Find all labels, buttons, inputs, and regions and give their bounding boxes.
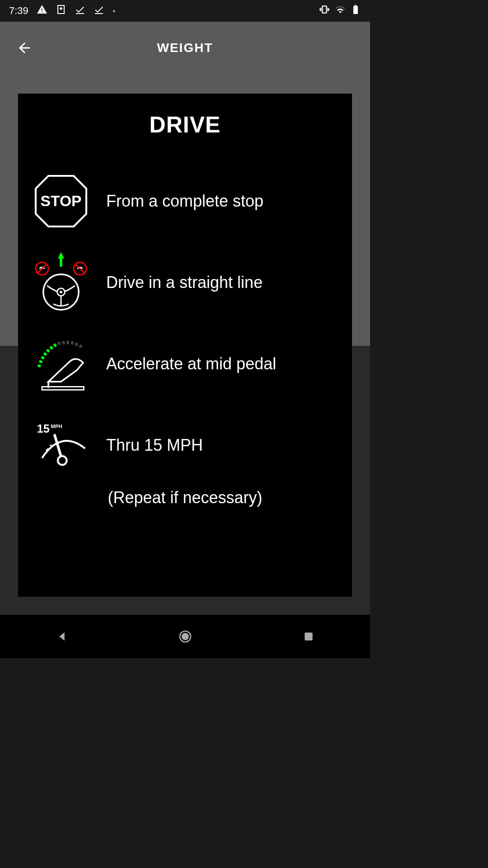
stop-sign-icon: STOP: [29, 170, 93, 233]
vibrate-icon: [319, 4, 330, 18]
accelerator-pedal-icon: [29, 332, 93, 396]
instruction-text: Drive in a straight line: [106, 273, 263, 292]
svg-point-21: [58, 456, 67, 465]
status-time: 7:39: [9, 5, 28, 17]
check-icon: [94, 4, 104, 18]
warning-icon: [37, 4, 47, 18]
svg-rect-14: [42, 387, 84, 390]
svg-text:15: 15: [37, 422, 50, 435]
svg-rect-24: [305, 632, 312, 640]
instruction-row: Accelerate at mid pedal: [27, 332, 343, 396]
speedometer-icon: 15 MPH: [29, 414, 93, 477]
svg-rect-0: [76, 13, 84, 14]
instruction-text: From a complete stop: [106, 192, 263, 211]
wifi-icon: [335, 4, 346, 18]
drive-instructions-modal: DRIVE STOP From a complete stop: [18, 94, 352, 597]
nav-back-button[interactable]: [48, 623, 75, 650]
steering-wheel-straight-icon: [29, 251, 93, 314]
svg-text:MPH: MPH: [51, 424, 62, 429]
svg-text:STOP: STOP: [41, 193, 82, 209]
svg-line-7: [38, 264, 47, 273]
instruction-text: Thru 15 MPH: [106, 436, 203, 455]
svg-point-23: [182, 633, 189, 640]
instruction-row: 15 MPH Thru 15 MPH: [27, 414, 343, 477]
battery-icon: [350, 4, 361, 18]
status-bar: 7:39 ●: [0, 0, 370, 22]
svg-line-9: [75, 264, 84, 273]
svg-marker-5: [58, 252, 64, 259]
modal-title: DRIVE: [27, 112, 343, 138]
svg-point-12: [60, 291, 62, 293]
nav-recent-button[interactable]: [295, 623, 322, 650]
nav-home-button[interactable]: [172, 623, 199, 650]
instruction-text: Accelerate at mid pedal: [106, 354, 276, 373]
svg-rect-1: [95, 13, 103, 14]
instruction-row: Drive in a straight line: [27, 251, 343, 314]
dot-icon: ●: [113, 8, 116, 14]
repeat-note: (Repeat if necessary): [27, 488, 343, 507]
back-button[interactable]: [14, 37, 35, 59]
check-icon: [75, 4, 85, 18]
download-icon: [56, 4, 66, 18]
page-title: WEIGHT: [0, 41, 370, 55]
app-header: WEIGHT: [0, 22, 370, 74]
android-nav-bar: [0, 615, 370, 658]
instruction-row: STOP From a complete stop: [27, 170, 343, 233]
